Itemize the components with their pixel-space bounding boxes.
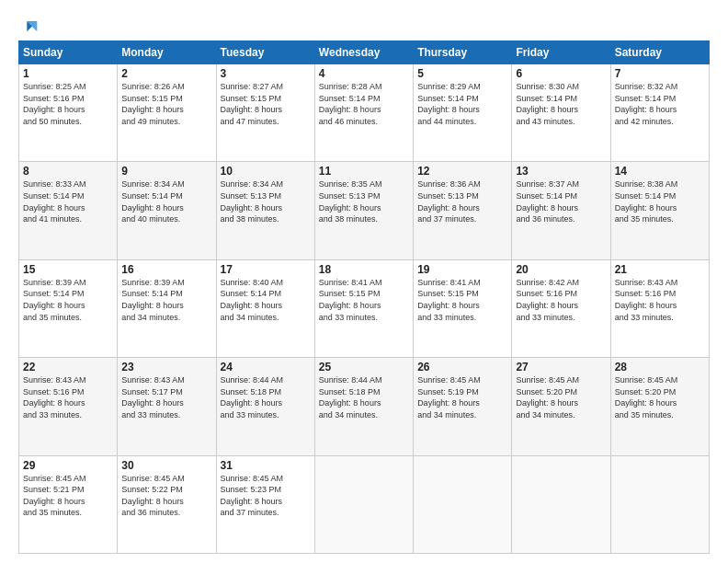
day-number: 12	[417, 165, 507, 178]
cell-info: Sunrise: 8:39 AM Sunset: 5:14 PM Dayligh…	[121, 277, 211, 323]
calendar-cell	[512, 455, 610, 553]
calendar-cell: 18Sunrise: 8:41 AM Sunset: 5:15 PM Dayli…	[314, 259, 413, 357]
day-number: 13	[516, 165, 606, 178]
calendar-cell: 9Sunrise: 8:34 AM Sunset: 5:14 PM Daylig…	[118, 162, 216, 259]
calendar-week-row: 1Sunrise: 8:25 AM Sunset: 5:16 PM Daylig…	[19, 64, 710, 162]
day-number: 29	[23, 459, 113, 472]
calendar-cell: 3Sunrise: 8:27 AM Sunset: 5:15 PM Daylig…	[216, 64, 314, 162]
cell-info: Sunrise: 8:25 AM Sunset: 5:16 PM Dayligh…	[23, 81, 113, 127]
cell-info: Sunrise: 8:34 AM Sunset: 5:13 PM Dayligh…	[221, 178, 311, 224]
calendar-week-row: 29Sunrise: 8:45 AM Sunset: 5:21 PM Dayli…	[19, 455, 710, 553]
cell-info: Sunrise: 8:35 AM Sunset: 5:13 PM Dayligh…	[319, 178, 409, 224]
cell-info: Sunrise: 8:42 AM Sunset: 5:16 PM Dayligh…	[516, 277, 606, 323]
day-number: 4	[319, 67, 409, 80]
cell-info: Sunrise: 8:33 AM Sunset: 5:14 PM Dayligh…	[23, 178, 113, 224]
day-number: 30	[121, 459, 211, 472]
cell-info: Sunrise: 8:41 AM Sunset: 5:15 PM Dayligh…	[319, 277, 409, 323]
calendar-cell: 28Sunrise: 8:45 AM Sunset: 5:20 PM Dayli…	[610, 358, 709, 455]
calendar-cell: 21Sunrise: 8:43 AM Sunset: 5:16 PM Dayli…	[610, 259, 709, 357]
cell-info: Sunrise: 8:26 AM Sunset: 5:15 PM Dayligh…	[121, 81, 211, 127]
calendar-cell: 15Sunrise: 8:39 AM Sunset: 5:14 PM Dayli…	[19, 259, 118, 357]
day-number: 23	[121, 361, 211, 373]
cell-info: Sunrise: 8:43 AM Sunset: 5:16 PM Dayligh…	[23, 374, 113, 420]
logo	[18, 15, 40, 31]
calendar-cell: 7Sunrise: 8:32 AM Sunset: 5:14 PM Daylig…	[610, 64, 709, 162]
cell-info: Sunrise: 8:45 AM Sunset: 5:23 PM Dayligh…	[221, 473, 311, 519]
calendar-header-friday: Friday	[512, 41, 610, 64]
cell-info: Sunrise: 8:28 AM Sunset: 5:14 PM Dayligh…	[319, 81, 409, 127]
calendar-cell: 25Sunrise: 8:44 AM Sunset: 5:18 PM Dayli…	[314, 358, 413, 455]
calendar-cell: 20Sunrise: 8:42 AM Sunset: 5:16 PM Dayli…	[512, 259, 610, 357]
day-number: 14	[615, 165, 705, 178]
cell-info: Sunrise: 8:39 AM Sunset: 5:14 PM Dayligh…	[23, 277, 113, 323]
day-number: 19	[417, 263, 507, 276]
day-number: 2	[121, 67, 211, 80]
calendar-table: SundayMondayTuesdayWednesdayThursdayFrid…	[18, 40, 710, 554]
calendar-cell: 24Sunrise: 8:44 AM Sunset: 5:18 PM Dayli…	[216, 358, 314, 455]
day-number: 11	[319, 165, 409, 178]
calendar-cell: 13Sunrise: 8:37 AM Sunset: 5:14 PM Dayli…	[512, 162, 610, 259]
day-number: 17	[221, 263, 311, 276]
calendar-header-sunday: Sunday	[19, 41, 118, 64]
calendar-header-tuesday: Tuesday	[216, 41, 314, 64]
cell-info: Sunrise: 8:27 AM Sunset: 5:15 PM Dayligh…	[221, 81, 311, 127]
day-number: 21	[615, 263, 705, 276]
cell-info: Sunrise: 8:30 AM Sunset: 5:14 PM Dayligh…	[516, 81, 606, 127]
day-number: 16	[121, 263, 211, 276]
day-number: 22	[23, 361, 113, 373]
calendar-cell: 5Sunrise: 8:29 AM Sunset: 5:14 PM Daylig…	[414, 64, 512, 162]
day-number: 6	[516, 67, 606, 80]
calendar-cell: 10Sunrise: 8:34 AM Sunset: 5:13 PM Dayli…	[216, 162, 314, 259]
calendar-week-row: 22Sunrise: 8:43 AM Sunset: 5:16 PM Dayli…	[19, 358, 710, 455]
calendar-cell	[314, 455, 413, 553]
calendar-cell: 29Sunrise: 8:45 AM Sunset: 5:21 PM Dayli…	[19, 455, 118, 553]
cell-info: Sunrise: 8:32 AM Sunset: 5:14 PM Dayligh…	[615, 81, 705, 127]
calendar-cell	[414, 455, 512, 553]
day-number: 27	[516, 361, 606, 373]
calendar-week-row: 15Sunrise: 8:39 AM Sunset: 5:14 PM Dayli…	[19, 259, 710, 357]
cell-info: Sunrise: 8:45 AM Sunset: 5:20 PM Dayligh…	[516, 374, 606, 420]
day-number: 9	[121, 165, 211, 178]
calendar-cell: 23Sunrise: 8:43 AM Sunset: 5:17 PM Dayli…	[118, 358, 216, 455]
day-number: 20	[516, 263, 606, 276]
day-number: 31	[221, 459, 311, 472]
calendar-cell: 26Sunrise: 8:45 AM Sunset: 5:19 PM Dayli…	[414, 358, 512, 455]
logo-text	[18, 15, 40, 35]
calendar-cell: 16Sunrise: 8:39 AM Sunset: 5:14 PM Dayli…	[118, 259, 216, 357]
cell-info: Sunrise: 8:45 AM Sunset: 5:22 PM Dayligh…	[121, 473, 211, 519]
cell-info: Sunrise: 8:40 AM Sunset: 5:14 PM Dayligh…	[221, 277, 311, 323]
calendar-week-row: 8Sunrise: 8:33 AM Sunset: 5:14 PM Daylig…	[19, 162, 710, 259]
calendar-header-wednesday: Wednesday	[314, 41, 413, 64]
day-number: 28	[615, 361, 705, 373]
day-number: 3	[221, 67, 311, 80]
calendar-cell: 11Sunrise: 8:35 AM Sunset: 5:13 PM Dayli…	[314, 162, 413, 259]
calendar-cell: 27Sunrise: 8:45 AM Sunset: 5:20 PM Dayli…	[512, 358, 610, 455]
calendar-cell: 19Sunrise: 8:41 AM Sunset: 5:15 PM Dayli…	[414, 259, 512, 357]
cell-info: Sunrise: 8:43 AM Sunset: 5:16 PM Dayligh…	[615, 277, 705, 323]
cell-info: Sunrise: 8:43 AM Sunset: 5:17 PM Dayligh…	[121, 374, 211, 420]
calendar-cell: 22Sunrise: 8:43 AM Sunset: 5:16 PM Dayli…	[19, 358, 118, 455]
cell-info: Sunrise: 8:44 AM Sunset: 5:18 PM Dayligh…	[319, 374, 409, 420]
calendar-cell: 4Sunrise: 8:28 AM Sunset: 5:14 PM Daylig…	[314, 64, 413, 162]
day-number: 5	[417, 67, 507, 80]
day-number: 24	[221, 361, 311, 373]
page: SundayMondayTuesdayWednesdayThursdayFrid…	[0, 0, 728, 563]
day-number: 1	[23, 67, 113, 80]
calendar-cell: 8Sunrise: 8:33 AM Sunset: 5:14 PM Daylig…	[19, 162, 118, 259]
day-number: 7	[615, 67, 705, 80]
calendar-header-saturday: Saturday	[610, 41, 709, 64]
day-number: 26	[417, 361, 507, 373]
calendar-header-monday: Monday	[118, 41, 216, 64]
cell-info: Sunrise: 8:41 AM Sunset: 5:15 PM Dayligh…	[417, 277, 507, 323]
calendar-cell: 12Sunrise: 8:36 AM Sunset: 5:13 PM Dayli…	[414, 162, 512, 259]
day-number: 25	[319, 361, 409, 373]
cell-info: Sunrise: 8:37 AM Sunset: 5:14 PM Dayligh…	[516, 178, 606, 224]
calendar-header-thursday: Thursday	[414, 41, 512, 64]
cell-info: Sunrise: 8:44 AM Sunset: 5:18 PM Dayligh…	[221, 374, 311, 420]
cell-info: Sunrise: 8:45 AM Sunset: 5:20 PM Dayligh…	[615, 374, 705, 420]
calendar-cell: 6Sunrise: 8:30 AM Sunset: 5:14 PM Daylig…	[512, 64, 610, 162]
calendar-cell: 30Sunrise: 8:45 AM Sunset: 5:22 PM Dayli…	[118, 455, 216, 553]
cell-info: Sunrise: 8:36 AM Sunset: 5:13 PM Dayligh…	[417, 178, 507, 224]
calendar-cell: 14Sunrise: 8:38 AM Sunset: 5:14 PM Dayli…	[610, 162, 709, 259]
cell-info: Sunrise: 8:38 AM Sunset: 5:14 PM Dayligh…	[615, 178, 705, 224]
